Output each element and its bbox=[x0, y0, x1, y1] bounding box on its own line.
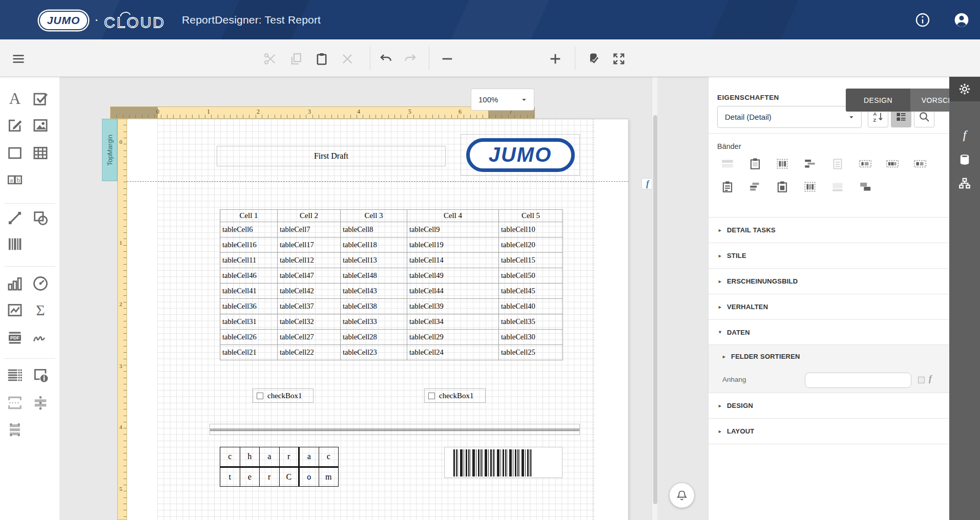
report-footer-band-icon[interactable] bbox=[720, 180, 735, 194]
table-cell[interactable]: tableCell22 bbox=[278, 345, 341, 360]
table-cell[interactable]: tableCell46 bbox=[220, 268, 278, 284]
table-header-cell[interactable]: Cell 3 bbox=[341, 210, 407, 222]
table-cell[interactable]: tableCell6 bbox=[220, 222, 278, 237]
table-cell[interactable]: tableCell9 bbox=[407, 222, 499, 237]
panel-tool-icon[interactable] bbox=[6, 144, 24, 162]
table-cell[interactable]: tableCell49 bbox=[407, 268, 499, 284]
checkbox-tool-icon[interactable] bbox=[32, 90, 49, 107]
table-header-cell[interactable]: Cell 2 bbox=[278, 210, 341, 222]
table-cell[interactable]: tableCell35 bbox=[499, 314, 563, 330]
comb-cell[interactable]: c bbox=[220, 447, 240, 467]
table-cell[interactable]: tableCell12 bbox=[278, 253, 341, 268]
user-icon[interactable] bbox=[953, 12, 970, 28]
table-cell[interactable]: tableCell50 bbox=[499, 268, 563, 284]
section-layout[interactable]: ►LAYOUT bbox=[708, 418, 949, 444]
table-cell[interactable]: tableCell13 bbox=[341, 253, 407, 268]
checkbox-box[interactable] bbox=[428, 393, 435, 399]
comb-cell[interactable]: e bbox=[240, 467, 260, 487]
bottom-margin-band-icon[interactable] bbox=[830, 180, 845, 194]
section-detail-tasks[interactable]: ►DETAIL TASKS bbox=[708, 217, 949, 243]
table-cell[interactable]: tableCell38 bbox=[341, 299, 407, 314]
table-cell[interactable]: tableCell16 bbox=[220, 237, 278, 253]
comb-cell[interactable]: o bbox=[299, 467, 319, 487]
redo-icon[interactable] bbox=[403, 52, 418, 66]
table-cell[interactable]: tableCell23 bbox=[341, 345, 407, 360]
table-cell[interactable]: tableCell37 bbox=[278, 299, 341, 314]
picture-tool-icon[interactable] bbox=[32, 117, 49, 134]
table-cell[interactable]: tableCell42 bbox=[278, 284, 341, 299]
table-cell[interactable]: tableCell41 bbox=[220, 284, 278, 299]
comb-cell[interactable]: t bbox=[220, 467, 240, 487]
copy-icon[interactable] bbox=[289, 52, 303, 66]
table-cell[interactable]: tableCell7 bbox=[278, 222, 341, 237]
table-cell[interactable]: tableCell15 bbox=[499, 253, 563, 268]
group-header-band-icon[interactable] bbox=[803, 157, 817, 171]
notifications-button[interactable] bbox=[670, 483, 694, 508]
table-cell[interactable]: tableCell19 bbox=[407, 237, 499, 253]
table-header-cell[interactable]: Cell 4 bbox=[407, 210, 499, 222]
table-cell[interactable]: tableCell27 bbox=[278, 330, 341, 345]
item-spacing-tool-icon[interactable] bbox=[32, 394, 49, 411]
table-cell[interactable]: tableCell31 bbox=[220, 314, 278, 330]
group-footer-band-icon[interactable] bbox=[748, 180, 762, 194]
table-cell[interactable]: tableCell14 bbox=[407, 253, 499, 268]
column-header-band-icon[interactable] bbox=[775, 157, 789, 171]
detail-band-icon[interactable] bbox=[830, 157, 845, 171]
anhang-checkbox[interactable] bbox=[918, 377, 925, 383]
table-cell[interactable]: tableCell26 bbox=[220, 330, 278, 345]
section-felder-sortieren[interactable]: ►FELDER SORTIEREN bbox=[708, 344, 949, 368]
comb-cell[interactable]: C bbox=[279, 467, 299, 487]
comb-cell[interactable]: r bbox=[279, 447, 299, 467]
table-cell[interactable]: tableCell20 bbox=[499, 237, 563, 253]
checkbox-element-1[interactable]: checkBox1 bbox=[253, 388, 314, 403]
fullscreen-icon[interactable] bbox=[612, 52, 626, 66]
table-cell[interactable]: tableCell44 bbox=[407, 284, 499, 299]
top-margin-band-strip[interactable]: TopMargin bbox=[102, 119, 117, 181]
database-icon[interactable] bbox=[949, 147, 980, 172]
table-cell[interactable]: tableCell8 bbox=[341, 222, 407, 237]
table-cell[interactable]: tableCell48 bbox=[341, 268, 407, 284]
report-title-textbox[interactable]: First Draft bbox=[217, 146, 446, 166]
scrollbar-thumb[interactable] bbox=[653, 115, 657, 504]
anhang-formula-icon[interactable]: f bbox=[929, 374, 932, 384]
checkbox-element-2[interactable]: checkBox1 bbox=[424, 388, 486, 403]
rich-text-tool-icon[interactable] bbox=[6, 117, 24, 134]
comb-cell[interactable]: a bbox=[299, 447, 319, 467]
table-tool-icon[interactable] bbox=[32, 144, 49, 162]
table-cell[interactable]: tableCell47 bbox=[278, 268, 341, 284]
zoom-level-select[interactable]: 100% bbox=[471, 89, 534, 111]
table-cell[interactable]: tableCell40 bbox=[499, 299, 563, 314]
table-cell[interactable]: tableCell29 bbox=[407, 330, 499, 345]
page-margins-tool-icon[interactable] bbox=[6, 394, 24, 411]
signature-tool-icon[interactable] bbox=[32, 329, 49, 346]
section-erscheinungsbild[interactable]: ►ERSCHEINUNGSBILD bbox=[708, 268, 949, 294]
section-design[interactable]: ►DESIGN bbox=[708, 393, 949, 418]
comb-cell[interactable]: h bbox=[240, 447, 260, 467]
table-cell[interactable]: tableCell43 bbox=[341, 284, 407, 299]
table-cell[interactable]: tableCell30 bbox=[499, 330, 563, 345]
section-daten[interactable]: ▼DATEN bbox=[708, 319, 949, 344]
table-cell[interactable]: tableCell11 bbox=[220, 253, 278, 268]
barcode-tool-icon[interactable] bbox=[6, 235, 24, 253]
table-header-cell[interactable]: Cell 1 bbox=[220, 210, 278, 222]
table-header-cell[interactable]: Cell 5 bbox=[499, 210, 563, 222]
table-cell[interactable]: tableCell45 bbox=[499, 284, 563, 299]
formula-icon[interactable]: f bbox=[949, 122, 980, 147]
barcode-element[interactable] bbox=[444, 447, 562, 478]
structure-icon[interactable] bbox=[949, 171, 980, 196]
line-tool-icon[interactable] bbox=[6, 209, 24, 227]
logo-image-element[interactable]: JUMO bbox=[461, 134, 580, 176]
paste-icon[interactable] bbox=[315, 52, 329, 66]
settings-icon[interactable] bbox=[949, 77, 980, 101]
delete-icon[interactable] bbox=[340, 52, 355, 66]
table-cell[interactable]: tableCell36 bbox=[220, 299, 278, 314]
table-cell[interactable]: tableCell25 bbox=[499, 345, 563, 360]
info-icon[interactable] bbox=[914, 12, 931, 28]
comb-cell[interactable]: c bbox=[319, 447, 339, 467]
report-header-band-icon[interactable] bbox=[748, 157, 762, 171]
label-tool-icon[interactable]: A bbox=[6, 90, 24, 107]
table-cell[interactable]: tableCell33 bbox=[341, 314, 407, 330]
table-cell[interactable]: tableCell18 bbox=[341, 237, 407, 253]
zoom-out-icon[interactable] bbox=[440, 52, 454, 66]
sub-band-icon[interactable] bbox=[858, 180, 872, 194]
